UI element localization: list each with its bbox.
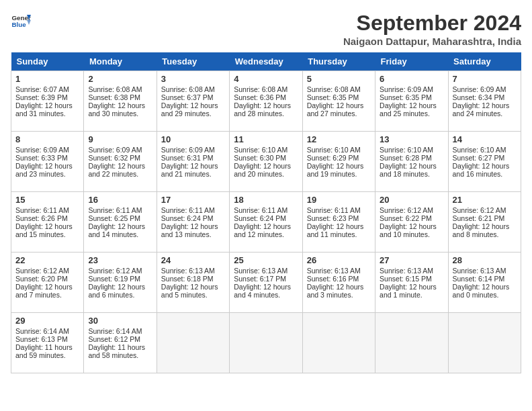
sunset-time: Sunset: 6:33 PM	[15, 154, 68, 162]
empty-cell	[302, 313, 375, 373]
day-number: 17	[161, 195, 225, 205]
month-year-title: September 2024	[343, 11, 521, 36]
day-number: 15	[15, 195, 79, 205]
location-subtitle: Naigaon Dattapur, Maharashtra, India	[343, 36, 521, 47]
daylight-hours: Daylight: 12 hours and 30 minutes.	[88, 101, 145, 118]
sunrise-time: Sunrise: 6:13 AM	[161, 267, 215, 275]
daylight-hours: Daylight: 12 hours and 28 minutes.	[234, 101, 291, 118]
sunrise-time: Sunrise: 6:11 AM	[15, 206, 69, 214]
day-number: 4	[234, 74, 298, 84]
day-number: 3	[161, 74, 225, 84]
empty-cell	[448, 313, 521, 373]
header-friday: Friday	[375, 52, 448, 71]
table-row: 5 Sunrise: 6:08 AM Sunset: 6:35 PM Dayli…	[302, 71, 375, 132]
daylight-hours: Daylight: 12 hours and 14 minutes.	[88, 222, 145, 238]
empty-cell	[230, 313, 302, 373]
daylight-hours: Daylight: 12 hours and 3 minutes.	[307, 283, 364, 299]
header-tuesday: Tuesday	[157, 52, 229, 71]
logo-icon: General Blue	[11, 11, 31, 31]
sunrise-time: Sunrise: 6:11 AM	[307, 206, 361, 214]
header-saturday: Saturday	[448, 52, 521, 71]
sunset-time: Sunset: 6:39 PM	[15, 93, 68, 101]
sunset-time: Sunset: 6:34 PM	[453, 93, 505, 101]
table-row: 14 Sunrise: 6:10 AM Sunset: 6:27 PM Dayl…	[448, 132, 521, 192]
sunrise-time: Sunrise: 6:12 AM	[88, 267, 142, 275]
daylight-hours: Daylight: 12 hours and 20 minutes.	[234, 162, 291, 178]
sunrise-time: Sunrise: 6:13 AM	[380, 267, 433, 275]
table-row: 29 Sunrise: 6:14 AM Sunset: 6:13 PM Dayl…	[11, 313, 84, 373]
sunrise-time: Sunrise: 6:10 AM	[453, 146, 506, 154]
day-number: 2	[88, 74, 152, 84]
daylight-hours: Daylight: 12 hours and 6 minutes.	[88, 283, 145, 299]
sunrise-time: Sunrise: 6:09 AM	[15, 146, 69, 154]
sunrise-time: Sunrise: 6:09 AM	[380, 85, 433, 93]
page-header: General Blue September 2024 Naigaon Datt…	[11, 11, 521, 47]
table-row: 10 Sunrise: 6:09 AM Sunset: 6:31 PM Dayl…	[157, 132, 229, 192]
day-number: 10	[161, 134, 225, 144]
sunset-time: Sunset: 6:35 PM	[380, 93, 432, 101]
sunrise-time: Sunrise: 6:12 AM	[15, 267, 69, 275]
svg-marker-3	[27, 20, 31, 26]
calendar-week-row: 29 Sunrise: 6:14 AM Sunset: 6:13 PM Dayl…	[11, 313, 521, 373]
title-area: September 2024 Naigaon Dattapur, Maharas…	[343, 11, 521, 47]
day-number: 9	[88, 134, 152, 144]
daylight-hours: Daylight: 12 hours and 27 minutes.	[307, 101, 364, 118]
daylight-hours: Daylight: 12 hours and 19 minutes.	[307, 162, 364, 178]
logo: General Blue	[11, 11, 31, 31]
sunrise-time: Sunrise: 6:14 AM	[88, 327, 142, 335]
sunset-time: Sunset: 6:17 PM	[234, 275, 286, 283]
daylight-hours: Daylight: 12 hours and 16 minutes.	[453, 162, 510, 178]
sunset-time: Sunset: 6:15 PM	[380, 275, 432, 283]
svg-text:Blue: Blue	[12, 21, 27, 28]
daylight-hours: Daylight: 12 hours and 15 minutes.	[15, 222, 73, 238]
table-row: 23 Sunrise: 6:12 AM Sunset: 6:19 PM Dayl…	[84, 253, 157, 313]
sunset-time: Sunset: 6:38 PM	[88, 93, 140, 101]
sunset-time: Sunset: 6:24 PM	[234, 214, 286, 222]
sunset-time: Sunset: 6:22 PM	[380, 214, 432, 222]
daylight-hours: Daylight: 12 hours and 31 minutes.	[15, 101, 73, 118]
daylight-hours: Daylight: 12 hours and 0 minutes.	[453, 283, 510, 299]
table-row: 13 Sunrise: 6:10 AM Sunset: 6:28 PM Dayl…	[375, 132, 448, 192]
calendar-week-row: 22 Sunrise: 6:12 AM Sunset: 6:20 PM Dayl…	[11, 253, 521, 313]
day-number: 20	[380, 195, 443, 205]
daylight-hours: Daylight: 12 hours and 11 minutes.	[307, 222, 364, 238]
daylight-hours: Daylight: 12 hours and 24 minutes.	[453, 101, 510, 118]
sunrise-time: Sunrise: 6:10 AM	[307, 146, 361, 154]
sunrise-time: Sunrise: 6:12 AM	[453, 206, 506, 214]
sunset-time: Sunset: 6:29 PM	[307, 154, 359, 162]
sunset-time: Sunset: 6:36 PM	[234, 93, 286, 101]
sunset-time: Sunset: 6:32 PM	[88, 154, 140, 162]
header-monday: Monday	[84, 52, 157, 71]
sunrise-time: Sunrise: 6:11 AM	[88, 206, 142, 214]
daylight-hours: Daylight: 12 hours and 8 minutes.	[453, 222, 510, 238]
daylight-hours: Daylight: 12 hours and 25 minutes.	[380, 101, 437, 118]
sunset-time: Sunset: 6:27 PM	[453, 154, 505, 162]
table-row: 25 Sunrise: 6:13 AM Sunset: 6:17 PM Dayl…	[230, 253, 302, 313]
table-row: 28 Sunrise: 6:13 AM Sunset: 6:14 PM Dayl…	[448, 253, 521, 313]
sunset-time: Sunset: 6:23 PM	[307, 214, 359, 222]
sunrise-time: Sunrise: 6:10 AM	[234, 146, 287, 154]
header-thursday: Thursday	[302, 52, 375, 71]
empty-cell	[157, 313, 229, 373]
table-row: 17 Sunrise: 6:11 AM Sunset: 6:24 PM Dayl…	[157, 192, 229, 253]
header-sunday: Sunday	[11, 52, 84, 71]
empty-cell	[375, 313, 448, 373]
sunset-time: Sunset: 6:13 PM	[15, 335, 68, 343]
table-row: 22 Sunrise: 6:12 AM Sunset: 6:20 PM Dayl…	[11, 253, 84, 313]
day-number: 24	[161, 255, 225, 265]
daylight-hours: Daylight: 12 hours and 13 minutes.	[161, 222, 218, 238]
day-number: 19	[307, 195, 371, 205]
table-row: 8 Sunrise: 6:09 AM Sunset: 6:33 PM Dayli…	[11, 132, 84, 192]
sunset-time: Sunset: 6:30 PM	[234, 154, 286, 162]
table-row: 11 Sunrise: 6:10 AM Sunset: 6:30 PM Dayl…	[230, 132, 302, 192]
sunset-time: Sunset: 6:31 PM	[161, 154, 214, 162]
sunrise-time: Sunrise: 6:10 AM	[380, 146, 433, 154]
day-number: 30	[88, 316, 152, 326]
weekday-header-row: Sunday Monday Tuesday Wednesday Thursday…	[11, 52, 521, 71]
day-number: 18	[234, 195, 298, 205]
calendar-week-row: 15 Sunrise: 6:11 AM Sunset: 6:26 PM Dayl…	[11, 192, 521, 253]
daylight-hours: Daylight: 11 hours and 58 minutes.	[88, 343, 145, 359]
sunset-time: Sunset: 6:20 PM	[15, 275, 68, 283]
table-row: 18 Sunrise: 6:11 AM Sunset: 6:24 PM Dayl…	[230, 192, 302, 253]
sunset-time: Sunset: 6:12 PM	[88, 335, 140, 343]
